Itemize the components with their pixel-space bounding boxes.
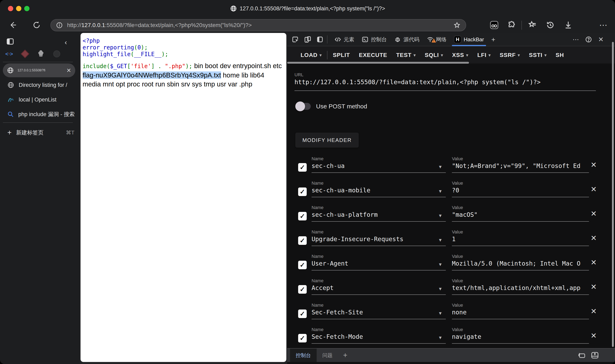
chevron-down-icon[interactable]: ▼	[438, 189, 443, 194]
header-value-input[interactable]: text/html,application/xhtml+xml,app	[452, 284, 588, 291]
tab-panel-toggle-button[interactable]	[6, 38, 14, 46]
horizontal-scrollbar[interactable]	[287, 62, 469, 64]
address-url[interactable]: http://127.0.0.1:55508/?file=data:text/p…	[67, 22, 454, 28]
toggle-thumb[interactable]	[295, 102, 305, 111]
header-name-input[interactable]: Accept	[312, 284, 432, 291]
devtools-tab-elements[interactable]: 元素	[331, 33, 358, 46]
header-name-input[interactable]: sec-ch-ua-mobile	[312, 187, 432, 194]
hackbar-menu-button[interactable]: EXECUTE	[354, 49, 392, 61]
drawer-tab-issues[interactable]: 问题	[317, 349, 338, 362]
use-post-toggle[interactable]	[296, 103, 311, 110]
inspect-element-button[interactable]	[292, 36, 299, 43]
device-toolbar-button[interactable]	[304, 36, 312, 43]
cyberchef-favicon[interactable]	[37, 50, 45, 58]
site-info-icon[interactable]	[56, 22, 63, 28]
chevron-down-icon[interactable]: ▼	[438, 311, 443, 316]
help-icon[interactable]	[585, 36, 592, 43]
header-value-input[interactable]: "Not;A=Brand";v="99", "Microsoft Ed	[452, 162, 588, 169]
header-enabled-checkbox[interactable]: ✓	[298, 236, 307, 245]
remove-header-button[interactable]: ✕	[591, 161, 597, 169]
hackbar-menu-button[interactable]: SQLI▾	[420, 49, 448, 61]
chevron-down-icon[interactable]: ▼	[438, 164, 443, 169]
extension-icon-circles[interactable]	[490, 21, 499, 29]
chevron-down-icon[interactable]: ▼	[438, 237, 443, 243]
header-name-input[interactable]: User-Agent	[312, 260, 432, 267]
devtools-menu-button[interactable]: ⋯	[573, 36, 579, 43]
sidebar-tab-openlist[interactable]: local | OpenList	[7, 93, 56, 106]
chevron-down-icon[interactable]: ▼	[438, 335, 443, 340]
new-tab-button[interactable]: + 新建标签页 ⌘T	[7, 126, 74, 139]
header-value-input[interactable]: navigate	[452, 333, 588, 340]
hackbar-menu-button[interactable]: SSRF▾	[495, 49, 524, 61]
sidebar-tab-active[interactable]: 127.0.0.1:55508/?fi ✕	[3, 64, 75, 77]
header-name-input[interactable]: sec-ch-ua-platform	[312, 211, 432, 218]
close-tab-icon[interactable]: ✕	[66, 67, 71, 74]
header-value-input[interactable]: Mozilla/5.0 (Macintosh; Intel Mac O	[452, 260, 588, 267]
hackbar-menu-button[interactable]: SSTI▾	[524, 49, 551, 61]
sidebar-tab-directory-listing[interactable]: Directory listing for /	[7, 78, 67, 91]
header-value-input[interactable]: "macOS"	[452, 211, 588, 218]
drawer-tab-console[interactable]: 控制台	[290, 349, 317, 362]
more-tabs-button[interactable]: +	[488, 33, 499, 46]
modify-header-button[interactable]: MODIFY HEADER	[295, 133, 359, 148]
hackbar-menu-button[interactable]: SPLIT	[328, 49, 354, 61]
back-button[interactable]	[9, 21, 17, 29]
header-value-input[interactable]: ?0	[452, 187, 588, 194]
header-enabled-checkbox[interactable]: ✓	[298, 187, 307, 196]
remove-header-button[interactable]: ✕	[591, 283, 597, 291]
chevron-down-icon[interactable]: ▼	[438, 262, 443, 267]
header-name-input[interactable]: sec-ch-ua	[312, 162, 432, 169]
settings-menu-button[interactable]: ⋯	[599, 20, 608, 30]
remove-header-button[interactable]: ✕	[591, 307, 597, 316]
value-label: Value	[452, 278, 463, 284]
header-enabled-checkbox[interactable]: ✓	[298, 212, 307, 221]
bookmark-star-icon[interactable]	[454, 22, 460, 29]
remove-header-button[interactable]: ✕	[591, 258, 597, 267]
expand-panel-icon[interactable]	[591, 352, 599, 359]
header-enabled-checkbox[interactable]: ✓	[298, 261, 307, 269]
collections-button[interactable]	[528, 21, 537, 29]
chevron-down-icon[interactable]: ▼	[438, 213, 443, 218]
downloads-button[interactable]	[564, 21, 573, 29]
github-favicon[interactable]	[53, 50, 61, 58]
history-button[interactable]	[546, 21, 555, 29]
ctf-flag-favicon[interactable]: < >	[5, 50, 13, 58]
hackbar-menu-button[interactable]: SH	[551, 49, 568, 61]
hackbar-menu-button[interactable]: XSS▾	[448, 49, 473, 61]
address-bar[interactable]: http://127.0.0.1:55508/?file=data:text/p…	[51, 19, 466, 31]
remove-header-button[interactable]: ✕	[591, 209, 597, 218]
header-name-input[interactable]: Sec-Fetch-Site	[312, 309, 432, 316]
hackbar-menu-button[interactable]: LFI▾	[473, 49, 495, 61]
name-label: Name	[312, 156, 324, 161]
hackbar-menu-button[interactable]: LOAD▾	[296, 49, 326, 61]
remove-header-button[interactable]: ✕	[591, 185, 597, 194]
extensions-puzzle-button[interactable]	[508, 21, 516, 29]
devtools-tab-sources[interactable]: 源代码	[391, 33, 423, 46]
remove-header-button[interactable]: ✕	[591, 234, 597, 242]
header-name-input[interactable]: Upgrade-Insecure-Requests	[312, 235, 432, 243]
close-devtools-button[interactable]: ✕	[598, 36, 604, 43]
url-field-input[interactable]: http://127.0.0.1:55508/?file=data:text/p…	[294, 78, 596, 86]
collapse-sidebar-button[interactable]: ‹	[65, 38, 67, 46]
hackbar-menu-button[interactable]: TEST▾	[392, 49, 420, 61]
header-enabled-checkbox[interactable]: ✓	[298, 310, 307, 318]
sidebar-tab-search[interactable]: php include 漏洞 - 搜索	[7, 108, 75, 121]
header-name-input[interactable]: Sec-Fetch-Mode	[312, 333, 432, 340]
devtools-tab-hackbar[interactable]: H HackBar	[450, 33, 488, 46]
devtools-tab-console[interactable]: 控制台	[358, 33, 391, 46]
remove-header-button[interactable]: ✕	[591, 331, 597, 340]
devtools-tab-network[interactable]: 网络	[423, 33, 450, 46]
vertical-scrollbar[interactable]	[612, 42, 614, 347]
selected-flag-filename[interactable]: flag-nuX9GAlY0o4NWefhp6BSrbYq4Sx9pA.txt	[83, 71, 221, 79]
refresh-button[interactable]	[33, 21, 41, 29]
header-enabled-checkbox[interactable]: ✓	[298, 285, 307, 294]
chevron-down-icon[interactable]: ▼	[438, 286, 443, 292]
red-diamond-favicon[interactable]	[21, 50, 29, 58]
header-value-input[interactable]: 1	[452, 235, 588, 243]
header-value-input[interactable]: none	[452, 309, 588, 316]
rotate-device-icon[interactable]	[577, 352, 585, 359]
header-enabled-checkbox[interactable]: ✓	[298, 163, 307, 172]
header-enabled-checkbox[interactable]: ✓	[298, 334, 307, 342]
drawer-add-tab-button[interactable]: +	[338, 349, 352, 362]
dock-side-button[interactable]	[316, 36, 324, 43]
